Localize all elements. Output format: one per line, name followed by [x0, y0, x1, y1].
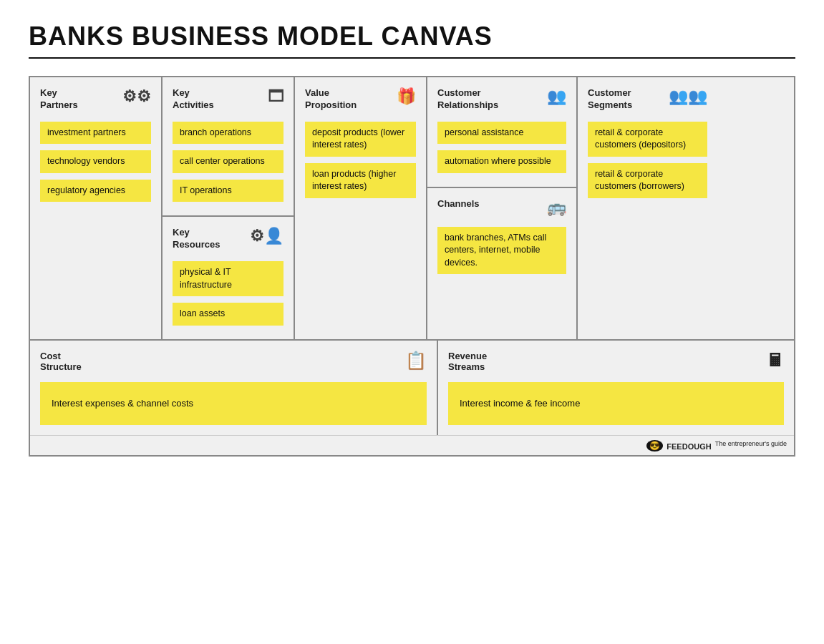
cust-seg-icon: 👥👥	[669, 87, 707, 106]
list-item: bank branches, ATMs call centers, intern…	[437, 227, 566, 275]
list-item: investment partners	[40, 122, 151, 145]
customer-segments-header: CustomerSegments 👥👥	[588, 87, 707, 112]
channels-header: Channels 🚌	[437, 198, 566, 217]
value-proposition-cell: ValueProposition 🎁 deposit products (low…	[295, 77, 427, 339]
canvas-top-row: KeyPartners ⚙⚙ investment partners techn…	[30, 77, 794, 341]
cost-icon: 📋	[405, 351, 427, 371]
value-proposition-label: ValueProposition	[305, 87, 357, 112]
cost-structure-header: CostStructure 📋	[40, 351, 427, 372]
revenue-streams-cell: RevenueStreams 🖩 Interest income & fee i…	[438, 341, 794, 435]
key-resources-label: KeyResources	[173, 227, 220, 251]
channels-label: Channels	[437, 198, 480, 210]
list-item: retail & corporate customers (borrowers)	[588, 163, 707, 198]
resources-icon: ⚙👤	[250, 227, 283, 245]
key-partners-header: KeyPartners ⚙⚙	[40, 87, 151, 112]
customer-rel-label: CustomerRelationships	[437, 87, 498, 112]
activities-icon: 🗔	[268, 87, 283, 106]
list-item: deposit products (lower interest rates)	[305, 122, 416, 157]
list-item: branch operations	[173, 122, 283, 145]
revenue-streams-label: RevenueStreams	[448, 351, 487, 372]
feedough-tagline: The entrepreneur's guide	[715, 440, 787, 447]
key-partners-label: KeyPartners	[40, 87, 78, 112]
revenue-streams-header: RevenueStreams 🖩	[448, 351, 784, 372]
cust-rel-top: CustomerRelationships 👥 personal assista…	[427, 77, 576, 188]
list-item: automation where possible	[437, 150, 566, 173]
customer-segments-cell: CustomerSegments 👥👥 retail & corporate c…	[578, 77, 717, 339]
customer-segments-label: CustomerSegments	[588, 87, 632, 112]
list-item: loan products (higher interest rates)	[305, 163, 416, 198]
cust-rel-icon: 👥	[547, 87, 566, 106]
activities-top: KeyActivities 🗔 branch operations call c…	[163, 77, 294, 217]
canvas: KeyPartners ⚙⚙ investment partners techn…	[29, 76, 795, 457]
list-item: technology vendors	[40, 150, 151, 173]
feedough-brand: FEEDOUGH	[667, 441, 711, 450]
list-item: personal assistance	[437, 122, 566, 145]
feedough-footer: 😎 FEEDOUGH The entrepreneur's guide	[30, 435, 794, 456]
value-icon: 🎁	[397, 87, 416, 106]
feedough-icon: 😎	[646, 440, 663, 452]
cost-structure-label: CostStructure	[40, 351, 82, 372]
page-title: BANKS BUSINESS MODEL CANVAS	[29, 21, 795, 52]
channels-section: Channels 🚌 bank branches, ATMs call cent…	[427, 188, 576, 288]
canvas-bottom-row: CostStructure 📋 Interest expenses & chan…	[30, 341, 794, 435]
list-item: call center operations	[173, 150, 283, 173]
partners-icon: ⚙⚙	[122, 87, 151, 106]
list-item: physical & IT infrastructure	[173, 261, 283, 296]
key-activities-cell: KeyActivities 🗔 branch operations call c…	[163, 77, 295, 339]
cost-structure-item: Interest expenses & channel costs	[40, 382, 427, 425]
channels-icon: 🚌	[547, 198, 566, 217]
value-proposition-header: ValueProposition 🎁	[305, 87, 416, 112]
key-activities-label: KeyActivities	[173, 87, 214, 112]
key-resources-section: KeyResources ⚙👤 physical & IT infrastruc…	[163, 217, 294, 338]
revenue-icon: 🖩	[767, 351, 784, 371]
key-resources-header: KeyResources ⚙👤	[173, 227, 283, 251]
customer-rel-header: CustomerRelationships 👥	[437, 87, 566, 112]
list-item: IT operations	[173, 180, 283, 203]
customer-rel-cell: CustomerRelationships 👥 personal assista…	[427, 77, 578, 339]
list-item: regulatory agencies	[40, 180, 151, 203]
key-partners-cell: KeyPartners ⚙⚙ investment partners techn…	[30, 77, 163, 339]
list-item: loan assets	[173, 303, 283, 326]
cost-structure-cell: CostStructure 📋 Interest expenses & chan…	[30, 341, 438, 435]
list-item: retail & corporate customers (depositors…	[588, 122, 707, 157]
revenue-streams-item: Interest income & fee income	[448, 382, 784, 425]
key-activities-header: KeyActivities 🗔	[173, 87, 283, 112]
